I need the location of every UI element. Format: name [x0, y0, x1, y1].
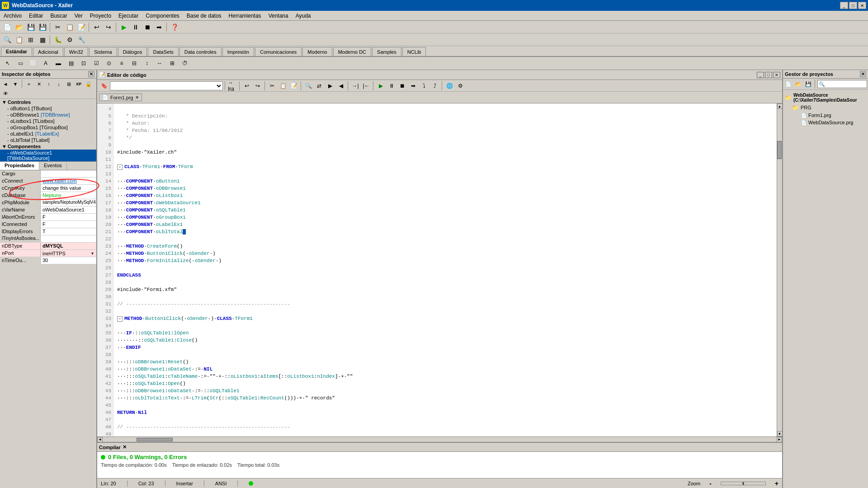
tab-datacontroles[interactable]: Data controles	[179, 47, 222, 56]
copy-button[interactable]: 📋	[64, 22, 75, 32]
save-all-button[interactable]: 💾	[37, 22, 48, 32]
tab-datasets[interactable]: DataSets	[148, 47, 178, 56]
menu-ayuda[interactable]: Ayuda	[292, 12, 315, 20]
editor-close[interactable]: ✕	[773, 72, 780, 78]
zoom-slider-track[interactable]	[721, 482, 766, 485]
scroll-icon[interactable]: ↕	[141, 58, 153, 69]
zoom-slider-thumb[interactable]	[742, 482, 744, 485]
menu-ventana[interactable]: Ventana	[265, 12, 292, 20]
pause2-button[interactable]: ⏸	[387, 81, 396, 90]
memo-icon[interactable]: ▤	[65, 58, 77, 69]
maximize-button[interactable]: □	[849, 2, 857, 9]
xp-button[interactable]: XP	[74, 80, 83, 88]
redo-button[interactable]: ↪	[103, 22, 114, 32]
edit-icon[interactable]: ▬	[52, 58, 64, 69]
tab-events[interactable]: Eventos	[39, 162, 67, 170]
stepout-button[interactable]: ⤴	[430, 81, 440, 90]
compile-close-icon[interactable]: ✕	[123, 444, 127, 450]
controls-header[interactable]: ▼ Controles	[0, 99, 96, 105]
bookmark-button[interactable]: 🔖	[99, 81, 109, 90]
project-file-form1prg[interactable]: 📄 Form1.prg	[785, 112, 866, 119]
zoom-plus-icon[interactable]: +	[775, 480, 778, 487]
project-prg-folder[interactable]: 📁 PRG	[785, 103, 866, 112]
horiz-scroll-track[interactable]	[103, 437, 777, 442]
tab-properties[interactable]: Propiedades	[0, 162, 39, 170]
scroll-down-arrow[interactable]: ▼	[777, 431, 783, 436]
project-search-input[interactable]	[817, 80, 867, 88]
menu-proyecto[interactable]: Proyecto	[86, 12, 115, 20]
tab-modernodc[interactable]: Moderno DC	[333, 47, 371, 56]
inspector-button[interactable]: 🔍	[2, 35, 13, 45]
view-button[interactable]: 👁	[1, 89, 10, 98]
open-button[interactable]: 📂	[14, 22, 24, 32]
move-up-button[interactable]: ↑	[44, 80, 53, 88]
scroll2-icon[interactable]: ↔	[154, 58, 165, 69]
tree-item-owebdatasource1[interactable]: - oWebDataSource1 [TWebDataSource]	[0, 150, 96, 161]
properties-button[interactable]: ⊞	[64, 80, 73, 88]
tab-comunicaciones[interactable]: Comunicaciones	[255, 47, 302, 56]
grid-button[interactable]: ▦	[37, 35, 48, 45]
editor-maximize[interactable]: □	[765, 72, 772, 78]
minimize-button[interactable]: _	[840, 2, 848, 9]
stop-button[interactable]: ⏹	[142, 22, 153, 32]
components-header[interactable]: ▼ Componentes	[0, 143, 96, 150]
timer-icon[interactable]: ⏱	[179, 58, 191, 69]
editor-minimize[interactable]: _	[757, 72, 764, 78]
editor-window-controls[interactable]: _ □ ✕	[757, 72, 780, 78]
copy-code-button[interactable]: 📋	[278, 81, 288, 90]
pause-button[interactable]: ⏸	[130, 22, 141, 32]
vertical-scrollbar[interactable]: ▲ ▼	[777, 103, 782, 436]
project-open-button[interactable]: 📂	[794, 80, 803, 88]
cut-button[interactable]: ✂	[52, 22, 63, 32]
code-area[interactable]: 4 5 6 7 8 9 10 11 12 13 14 15 16	[97, 103, 777, 436]
combo-icon[interactable]: ⊟	[128, 58, 140, 69]
frame-icon[interactable]: ▭	[14, 58, 26, 69]
text-icon[interactable]: A	[40, 58, 52, 69]
stop2-button[interactable]: ⏹	[397, 81, 407, 90]
searchprev-button[interactable]: ◀	[336, 81, 346, 90]
searchnext-button[interactable]: ▶	[325, 81, 335, 90]
tree-item-obutton1[interactable]: - oButton1 [TButton]	[0, 105, 96, 112]
dropdown-arrow-icon[interactable]: ▼	[90, 251, 94, 256]
nav-next-button[interactable]: ▼	[11, 80, 20, 88]
prop-value[interactable]: samples/NeptunoMySqlV4.p	[41, 199, 96, 206]
delete-component-button[interactable]: ✕	[34, 80, 43, 88]
project-root-item[interactable]: 📁 WebDataSource (C:\Xailer7\Samples\Data…	[785, 92, 866, 103]
menu-basedatos[interactable]: Base de datos	[183, 12, 225, 20]
tab-sistema[interactable]: Sistema	[89, 47, 117, 56]
tree-item-olabelex1[interactable]: - oLabelEx1 [TLabelEx]	[0, 131, 96, 137]
tab-moderno[interactable]: Moderno	[302, 47, 332, 56]
prop-value[interactable]	[41, 235, 96, 242]
help-button[interactable]: ❓	[169, 22, 180, 32]
replace-code-button[interactable]: ⇄	[314, 81, 324, 90]
prop-value[interactable]: F	[41, 214, 96, 221]
check-icon[interactable]: ☑	[90, 58, 102, 69]
horiz-scroll-thumb[interactable]	[137, 438, 173, 441]
close-button[interactable]: ✕	[858, 2, 866, 9]
radio-icon[interactable]: ⊙	[103, 58, 115, 69]
new-button[interactable]: 📄	[2, 22, 13, 32]
menu-herramientas[interactable]: Herramientas	[225, 12, 265, 20]
step-button[interactable]: ➡	[154, 22, 165, 32]
run-button[interactable]: ▶	[118, 22, 129, 32]
form-button[interactable]: 📋	[14, 35, 24, 45]
function-selector[interactable]	[110, 81, 223, 90]
prop-value[interactable]: oWebDataSource1	[41, 206, 96, 213]
browser-button[interactable]: 🌐	[444, 81, 454, 90]
cursor-icon[interactable]: ↖	[2, 58, 14, 69]
prop-value[interactable]: dMYSQL	[41, 243, 96, 249]
tab-impresion[interactable]: Impresión	[222, 47, 254, 56]
prop-value[interactable]	[41, 170, 96, 177]
prop-value[interactable]: T	[41, 228, 96, 235]
menu-buscar[interactable]: Buscar	[47, 12, 71, 20]
file-tab-form1prg[interactable]: 📄 Form1.prg ✕	[99, 94, 142, 101]
project-new-button[interactable]: 📄	[784, 80, 793, 88]
tab-dialogos[interactable]: Diálogos	[118, 47, 147, 56]
paste-button[interactable]: 📝	[76, 22, 87, 32]
prop-value[interactable]: 30	[41, 257, 96, 264]
menu-archivo[interactable]: Archivo	[0, 12, 25, 20]
build-button[interactable]: 🔧	[76, 35, 87, 45]
prop-value[interactable]: Neptuno	[41, 192, 96, 199]
tab-nclib[interactable]: NCLib	[402, 47, 426, 56]
add-component-button[interactable]: +	[24, 80, 33, 88]
